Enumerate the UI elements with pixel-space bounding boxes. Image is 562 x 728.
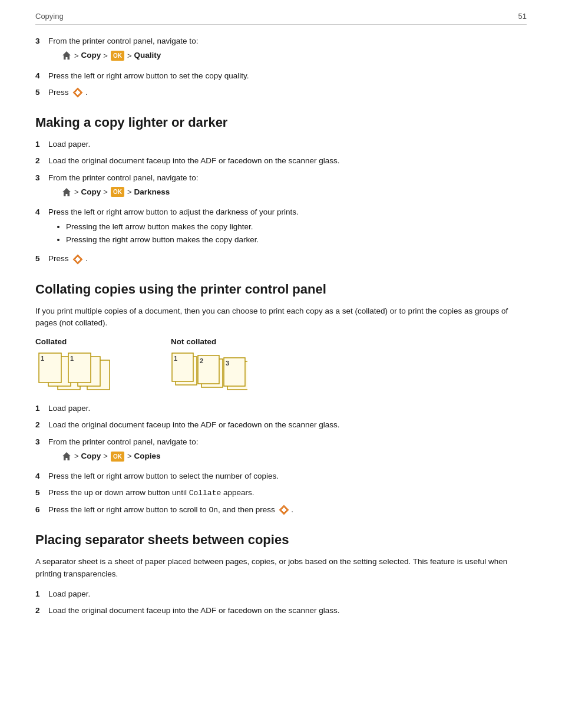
sep-step-1: 1 Load paper. (35, 588, 527, 600)
not-collated-image: 1 1 2 2 3 3 (171, 352, 247, 392)
darkness-bullets: Pressing the left arrow button makes the… (66, 220, 527, 246)
step-num-5: 5 (35, 87, 48, 98)
sep-step-2: 2 Load the original document faceup into… (35, 605, 527, 617)
collating-steps: 1 Load paper. 2 Load the original docume… (35, 403, 527, 516)
not-collated-label: Not collated (171, 337, 216, 346)
not-collated-block: Not collated 1 1 2 2 3 3 (171, 337, 247, 392)
separator-steps: 1 Load paper. 2 Load the original docume… (35, 588, 527, 617)
nav-path-copies: > Copy > OK > Copies (61, 450, 527, 462)
svg-text:1: 1 (41, 355, 44, 362)
svg-text:2: 2 (200, 357, 203, 364)
intro-step-5: 5 Press . (35, 87, 527, 98)
separator-intro: A separator sheet is a sheet of paper pl… (35, 556, 527, 580)
collated-block: Collated 3 2 1 3 2 1 (35, 337, 112, 392)
step-num-3: 3 (35, 35, 48, 47)
page-container: Copying 51 3 From the printer control pa… (0, 0, 562, 728)
ok-badge-copies: OK (111, 452, 124, 462)
on-code: On (209, 506, 218, 515)
header-title: Copying (35, 12, 64, 21)
col-step-1: 1 Load paper. (35, 403, 527, 414)
nav-path-darkness: > Copy > OK > Darkness (61, 186, 527, 198)
step-5-content: Press . (48, 87, 527, 98)
section-heading-collating: Collating copies using the printer contr… (35, 282, 527, 297)
home-icon-2 (61, 187, 72, 197)
intro-step-4: 4 Press the left or right arrow button t… (35, 70, 527, 82)
submit-icon-2 (72, 254, 83, 265)
bullet-darker: Pressing the right arrow button makes th… (66, 233, 527, 246)
nav-path-quality: > Copy > OK > Quality (61, 50, 527, 61)
home-icon-3 (61, 451, 72, 462)
collating-intro: If you print multiple copies of a docume… (35, 305, 527, 330)
ld-step-5: 5 Press . (35, 253, 527, 265)
ok-badge-darkness: OK (111, 187, 124, 197)
collate-code: Collate (189, 489, 222, 498)
collated-label: Collated (35, 337, 67, 346)
home-icon (61, 50, 72, 61)
ld-step-1: 1 Load paper. (35, 139, 527, 150)
lighter-darker-steps: 1 Load paper. 2 Load the original docume… (35, 139, 527, 265)
submit-icon-1 (72, 87, 83, 98)
intro-step-list: 3 From the printer control panel, naviga… (35, 35, 527, 98)
ok-badge-quality: OK (111, 51, 124, 61)
step-4-content: Press the left or right arrow button to … (48, 70, 527, 82)
ld-step-3: 3 From the printer control panel, naviga… (35, 172, 527, 202)
collate-images-row: Collated 3 2 1 3 2 1 Not collated (35, 337, 527, 392)
col-step-5: 5 Press the up or down arrow button unti… (35, 487, 527, 499)
col-step-6: 6 Press the left or right arrow button t… (35, 504, 527, 516)
step-num-4: 4 (35, 70, 48, 82)
section-heading-separator: Placing separator sheets between copies (35, 532, 527, 548)
step-3-content: From the printer control panel, navigate… (48, 35, 527, 65)
col-step-4: 4 Press the left or right arrow button t… (35, 470, 527, 482)
svg-text:1: 1 (174, 355, 177, 362)
ld-step-4: 4 Press the left or right arrow button t… (35, 206, 527, 248)
section-heading-lighter-darker: Making a copy lighter or darker (35, 115, 527, 130)
col-step-3: 3 From the printer control panel, naviga… (35, 436, 527, 466)
svg-text:1: 1 (70, 355, 74, 362)
col-step-2: 2 Load the original document faceup into… (35, 419, 527, 431)
bullet-lighter: Pressing the left arrow button makes the… (66, 220, 527, 233)
collated-image: 3 2 1 3 2 1 (35, 352, 112, 392)
svg-text:3: 3 (226, 360, 229, 367)
header-page: 51 (518, 12, 527, 21)
header-bar: Copying 51 (35, 12, 527, 25)
submit-icon-3 (279, 505, 289, 515)
intro-step-3: 3 From the printer control panel, naviga… (35, 35, 527, 65)
ld-step-2: 2 Load the original document faceup into… (35, 155, 527, 167)
